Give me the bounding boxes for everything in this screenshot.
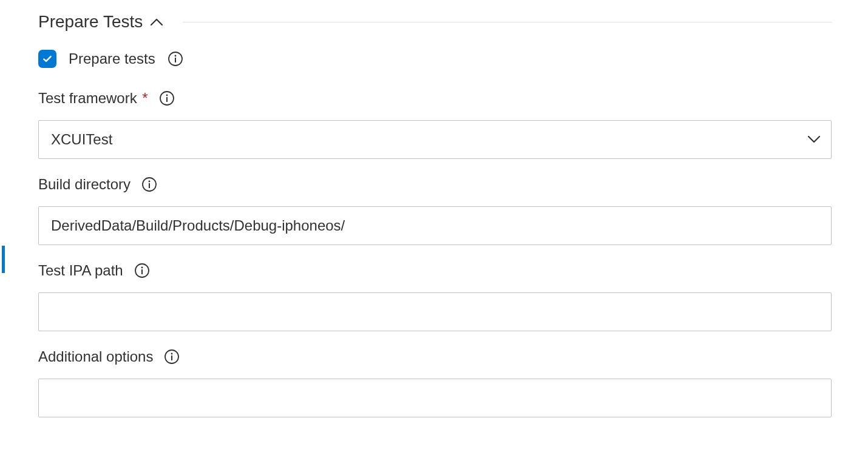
additional-options-input[interactable]: [38, 379, 832, 417]
svg-point-7: [149, 181, 151, 183]
info-icon[interactable]: [134, 263, 150, 278]
prepare-tests-checkbox[interactable]: [38, 50, 56, 68]
svg-point-4: [166, 95, 168, 96]
section-header[interactable]: Prepare Tests: [14, 12, 832, 32]
svg-rect-14: [171, 356, 172, 360]
svg-rect-2: [175, 58, 176, 62]
info-icon[interactable]: [141, 177, 157, 192]
svg-point-10: [141, 267, 143, 269]
build-directory-field: Build directory: [38, 176, 832, 245]
test-ipa-path-label: Test IPA path: [38, 262, 123, 279]
prepare-tests-label: Prepare tests: [69, 50, 155, 67]
test-framework-select[interactable]: XCUITest: [38, 120, 832, 159]
test-ipa-path-field: Test IPA path: [38, 262, 832, 331]
prepare-tests-section: Prepare Tests Prepare tests: [0, 0, 868, 447]
svg-rect-8: [149, 183, 150, 188]
test-ipa-path-input[interactable]: [38, 292, 832, 331]
info-icon[interactable]: [159, 90, 175, 106]
selection-marker: [2, 246, 5, 273]
additional-options-label: Additional options: [38, 348, 153, 365]
additional-options-field: Additional options: [38, 348, 832, 417]
svg-point-13: [171, 353, 173, 355]
form-body: Prepare tests Test framework *: [14, 50, 832, 417]
info-icon[interactable]: [168, 51, 183, 67]
test-framework-value: XCUITest: [38, 120, 832, 159]
section-title: Prepare Tests: [38, 12, 143, 32]
info-icon[interactable]: [164, 349, 180, 365]
divider: [183, 22, 832, 22]
svg-rect-11: [141, 269, 143, 274]
test-framework-field: Test framework * XCUITest: [38, 90, 832, 159]
test-framework-label: Test framework *: [38, 90, 148, 107]
required-indicator: *: [138, 90, 148, 106]
chevron-up-icon: [150, 18, 163, 26]
svg-point-1: [174, 55, 176, 57]
svg-rect-5: [166, 97, 168, 102]
prepare-tests-field: Prepare tests: [38, 50, 832, 68]
build-directory-label: Build directory: [38, 176, 131, 193]
build-directory-input[interactable]: [38, 206, 832, 245]
